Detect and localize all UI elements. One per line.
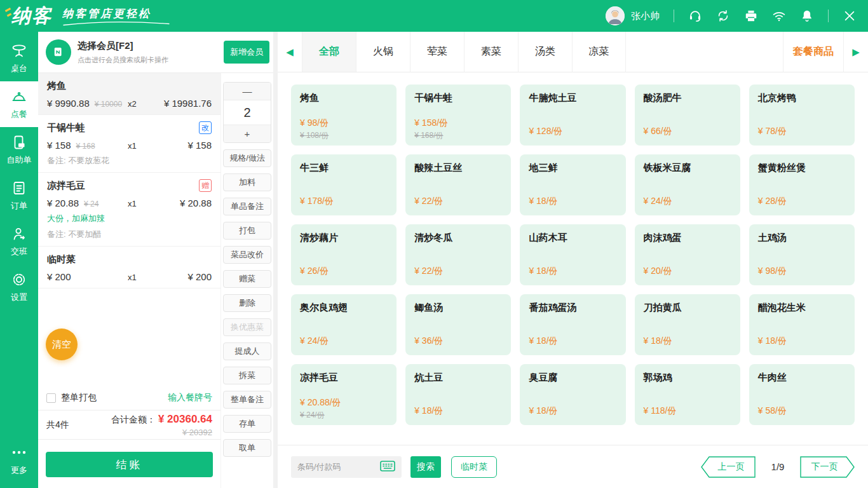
- sidebar-item-shift[interactable]: 交班: [0, 219, 38, 264]
- menu-item[interactable]: 奥尔良鸡翅¥ 24/份: [291, 294, 397, 355]
- sidebar-item-more[interactable]: 更多: [0, 437, 38, 483]
- tab-cold-dish[interactable]: 凉菜: [572, 32, 626, 72]
- member-title: 选择会员[F2]: [78, 40, 168, 52]
- menu-item[interactable]: 臭豆腐¥ 18/份: [520, 364, 625, 425]
- quantity-stepper: — 2 +: [223, 82, 271, 143]
- avatar[interactable]: [606, 6, 625, 25]
- page-indicator: 1/9: [756, 461, 800, 472]
- action-pack-button[interactable]: 打包: [223, 222, 271, 240]
- menu-item[interactable]: 肉沫鸡蛋¥ 20/份: [635, 224, 740, 285]
- menu-item[interactable]: 牛肉丝¥ 58/份: [749, 364, 855, 425]
- sidebar-item-self-service[interactable]: 自助单: [0, 127, 38, 173]
- support-headset-icon[interactable]: [688, 9, 702, 23]
- wifi-icon[interactable]: [772, 9, 786, 23]
- sidebar-item-label: 自助单: [7, 154, 32, 166]
- sidebar-item-orders[interactable]: 订单: [0, 173, 38, 219]
- tab-meat[interactable]: 荤菜: [410, 32, 464, 72]
- menu-item[interactable]: 山药木耳¥ 18/份: [520, 224, 625, 285]
- action-delete-button[interactable]: 删除: [223, 294, 271, 312]
- action-retrieve-order-button[interactable]: 取单: [223, 439, 271, 457]
- next-page-button[interactable]: 下一页: [800, 456, 855, 478]
- tabs-scroll-left-button[interactable]: ◀: [278, 32, 302, 72]
- menu-item[interactable]: 酸辣土豆丝¥ 22/份: [405, 154, 511, 215]
- menu-item[interactable]: 醋泡花生米¥ 18/份: [749, 294, 855, 355]
- action-add-ingredient-button[interactable]: 加料: [223, 173, 271, 191]
- sidebar-item-settings[interactable]: 设置: [0, 264, 38, 310]
- bell-icon[interactable]: [800, 9, 814, 23]
- tab-hotpot[interactable]: 火锅: [356, 32, 410, 72]
- menu-item[interactable]: 牛腩炖土豆¥ 128/份: [520, 85, 625, 146]
- barcode-input[interactable]: [297, 462, 380, 471]
- slogan-swoosh-icon: [62, 21, 170, 26]
- menu-item[interactable]: 铁板米豆腐¥ 24/份: [635, 154, 740, 215]
- sync-icon[interactable]: [716, 9, 730, 23]
- total-label: 合计金额：: [111, 414, 156, 426]
- menu-item[interactable]: 清炒冬瓜¥ 22/份: [405, 224, 511, 285]
- order-item-total: ¥ 200: [161, 271, 212, 282]
- menu-item[interactable]: 干锅牛蛙¥ 158/份¥ 168/份: [405, 85, 511, 146]
- order-item[interactable]: 干锅牛蛙 改 ¥ 158¥ 168 x1 ¥ 158 备注: 不要放葱花: [38, 115, 220, 173]
- close-icon[interactable]: [843, 9, 857, 23]
- gift-badge[interactable]: 赠: [199, 179, 212, 192]
- printer-icon[interactable]: [744, 9, 758, 23]
- qty-plus-button[interactable]: +: [224, 125, 271, 142]
- order-item[interactable]: 烤鱼 ¥ 9990.88¥ 10000 x2 ¥ 19981.76: [38, 73, 220, 115]
- menu-item[interactable]: 凉拌毛豆¥ 20.88/份¥ 24/份: [291, 364, 397, 425]
- menu-item[interactable]: 刀拍黄瓜¥ 18/份: [635, 294, 740, 355]
- menu-item[interactable]: 地三鲜¥ 18/份: [520, 154, 625, 215]
- menu-item[interactable]: 牛三鲜¥ 178/份: [291, 154, 397, 215]
- tab-soup[interactable]: 汤类: [518, 32, 572, 72]
- menu-item[interactable]: 炕土豆¥ 18/份: [405, 364, 511, 425]
- action-change-price-button[interactable]: 菜品改价: [223, 246, 271, 264]
- menu-item[interactable]: 番茄鸡蛋汤¥ 18/份: [520, 294, 625, 355]
- add-member-button[interactable]: 新增会员: [224, 41, 269, 64]
- menu-item[interactable]: 鲫鱼汤¥ 36/份: [405, 294, 511, 355]
- action-split-dish-button[interactable]: 拆菜: [223, 367, 271, 384]
- order-item-price: ¥ 9990.88: [47, 98, 90, 109]
- sidebar: 桌台 点餐 自助单 订单 交班 设置 更多: [0, 32, 38, 488]
- member-card-icon: [46, 39, 71, 65]
- menu-item[interactable]: 清炒藕片¥ 26/份: [291, 224, 397, 285]
- member-select-card[interactable]: 选择会员[F2] 点击进行会员搜索或刷卡操作 新增会员: [38, 32, 273, 73]
- item-count: 共4件: [46, 419, 69, 431]
- menu-item[interactable]: 酸汤肥牛¥ 66/份: [635, 85, 740, 146]
- order-item[interactable]: 凉拌毛豆 赠 ¥ 20.88¥ 24 x1 ¥ 20.88 大份，加麻加辣 备注…: [38, 173, 220, 247]
- keyboard-icon[interactable]: [380, 461, 395, 473]
- order-item-modifiers: 大份，加麻加辣: [47, 213, 212, 224]
- tab-combo-products[interactable]: 套餐商品: [783, 32, 844, 72]
- table-icon: [11, 43, 27, 59]
- self-service-phone-icon: [11, 134, 27, 151]
- pack-whole-order-checkbox[interactable]: [46, 393, 56, 403]
- sidebar-item-tables[interactable]: 桌台: [0, 36, 38, 81]
- order-item-remark: 备注: 不要加醋: [47, 229, 212, 240]
- tabs-scroll-right-button[interactable]: ▶: [844, 32, 868, 72]
- prev-page-button[interactable]: 上一页: [701, 456, 756, 478]
- tab-all[interactable]: 全部: [302, 32, 356, 72]
- order-item-name: 临时菜: [47, 254, 76, 266]
- menu-item[interactable]: 烤鱼¥ 98/份¥ 108/份: [291, 85, 397, 146]
- menu-item[interactable]: 蟹黄粉丝煲¥ 28/份: [749, 154, 855, 215]
- action-order-remark-button[interactable]: 整单备注: [223, 391, 271, 409]
- menu-item[interactable]: 北京烤鸭¥ 78/份: [749, 85, 855, 146]
- action-spec-method-button[interactable]: 规格/做法: [223, 149, 271, 167]
- menu-item[interactable]: 郭场鸡¥ 118/份: [635, 364, 740, 425]
- clear-order-button[interactable]: 清空: [46, 329, 78, 360]
- search-button[interactable]: 搜索: [410, 456, 441, 478]
- qty-minus-button[interactable]: —: [224, 83, 271, 100]
- action-item-remark-button[interactable]: 单品备注: [223, 198, 271, 215]
- shift-person-icon: [11, 226, 27, 242]
- order-region: 选择会员[F2] 点击进行会员搜索或刷卡操作 新增会员 烤鱼 ¥ 9990.88…: [38, 32, 278, 488]
- action-gift-dish-button[interactable]: 赠菜: [223, 270, 271, 288]
- action-commission-person-button[interactable]: 提成人: [223, 342, 271, 360]
- order-item[interactable]: 临时菜 ¥ 200 x1 ¥ 200: [38, 247, 220, 288]
- pack-row: 整单打包 输入餐牌号: [38, 386, 220, 410]
- temp-dish-button[interactable]: 临时菜: [451, 456, 497, 478]
- username[interactable]: 张小帅: [631, 10, 660, 22]
- checkout-button[interactable]: 结账: [46, 452, 213, 477]
- menu-item[interactable]: 土鸡汤¥ 98/份: [749, 224, 855, 285]
- enter-table-tag-link[interactable]: 输入餐牌号: [168, 392, 212, 403]
- edit-price-badge[interactable]: 改: [199, 121, 212, 134]
- tab-vegetable[interactable]: 素菜: [464, 32, 518, 72]
- action-save-order-button[interactable]: 存单: [223, 415, 271, 433]
- sidebar-item-order-food[interactable]: 点餐: [0, 81, 38, 127]
